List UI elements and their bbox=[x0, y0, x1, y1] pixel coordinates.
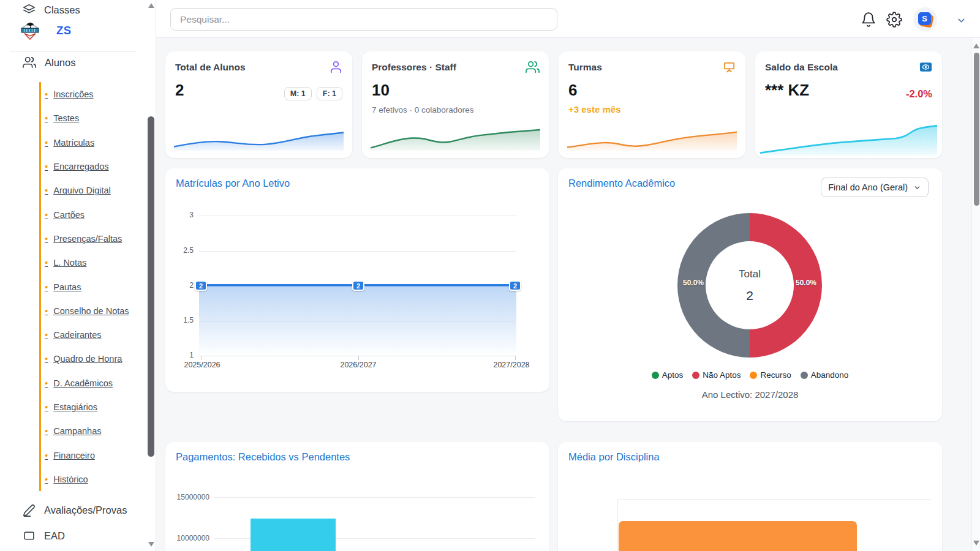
sidebar-item-classes[interactable]: Classes bbox=[0, 2, 144, 18]
sidebar-item-pautas[interactable]: Pautas bbox=[45, 282, 81, 292]
scroll-up-arrow[interactable] bbox=[148, 3, 154, 8]
y-tick: 10000000 bbox=[174, 534, 209, 542]
sidebar-subitem: Testes bbox=[41, 106, 143, 130]
scroll-up-arrow[interactable] bbox=[973, 43, 979, 48]
x-axis-line bbox=[199, 356, 516, 356]
balance-delta: -2.0% bbox=[906, 88, 932, 100]
screen-icon bbox=[23, 530, 36, 542]
pagamentos-chart-card: Pagamentos: Recebidos vs Pendentes 15000… bbox=[165, 442, 549, 551]
sidebar-subitem: Estagiários bbox=[41, 395, 143, 419]
sidebar-item-encarregados[interactable]: Encarregados bbox=[45, 161, 109, 171]
search-input[interactable] bbox=[170, 8, 557, 31]
chart-title: Pagamentos: Recebidos vs Pendentes bbox=[176, 451, 350, 463]
sidebar-item-label: Classes bbox=[44, 4, 80, 16]
sidebar-divider bbox=[10, 51, 136, 52]
sidebar-subitem: Conselho de Notas bbox=[41, 299, 143, 323]
avatar-logo: S bbox=[918, 12, 931, 25]
rendimento-chart-card: Rendimento Acadêmico Final do Ano (Geral… bbox=[558, 168, 942, 421]
sidebar-item-financeiro[interactable]: Financeiro bbox=[45, 450, 95, 460]
data-point-label[interactable]: 2 bbox=[509, 280, 521, 291]
legend-item-recurso[interactable]: Recurso bbox=[750, 370, 791, 380]
avatar[interactable]: S bbox=[913, 7, 937, 31]
stat-card-title: Professores · Staff bbox=[372, 62, 456, 73]
x-tick-label: 2026/2027 bbox=[340, 361, 376, 369]
scroll-down-arrow[interactable] bbox=[973, 541, 979, 545]
y-tick: 15000000 bbox=[174, 493, 209, 501]
sidebar-subitem: L. Notas bbox=[41, 250, 143, 274]
legend-item-abandono[interactable]: Abandono bbox=[801, 370, 849, 380]
legend-label: Aptos bbox=[662, 370, 684, 380]
donut-center: Total 2 bbox=[706, 241, 794, 329]
sidebar-item-testes[interactable]: Testes bbox=[45, 113, 79, 123]
legend-dot bbox=[692, 372, 699, 379]
sidebar-subitem: Arquivo Digital bbox=[41, 178, 143, 202]
period-select[interactable]: Final do Ano (Geral) bbox=[821, 178, 929, 197]
gridline bbox=[199, 216, 516, 216]
school-crest-logo bbox=[18, 18, 42, 43]
donut-center-value: 2 bbox=[746, 288, 753, 303]
x-tick-label: 2025/2026 bbox=[184, 361, 220, 369]
sidebar-item-l-notas[interactable]: L. Notas bbox=[45, 257, 86, 268]
person-icon bbox=[329, 60, 343, 74]
sidebar-item-alunos[interactable]: Alunos bbox=[0, 54, 144, 70]
sidebar-subitem: Quadro de Honra bbox=[41, 347, 143, 370]
legend-item-aptos[interactable]: Aptos bbox=[652, 370, 684, 380]
slice-percent-label: 50.0% bbox=[793, 279, 820, 287]
students-trend-sparkline bbox=[174, 122, 344, 151]
sidebar-subitem: Inscrições bbox=[41, 82, 143, 106]
sidebar-subitem: Financeiro bbox=[41, 443, 143, 467]
stat-card-professores-staff: Professores · Staff 10 7 efetivos · 0 co… bbox=[362, 51, 549, 158]
sidebar-item-cartoes[interactable]: Cartões bbox=[45, 209, 85, 220]
sidebar-item-cadeirantes[interactable]: Cadeirantes bbox=[45, 329, 101, 340]
disciplina-bar[interactable] bbox=[619, 521, 857, 551]
main-scrollbar[interactable] bbox=[971, 38, 980, 551]
sidebar-item-label: Alunos bbox=[45, 57, 75, 69]
donut-center-label: Total bbox=[739, 268, 761, 280]
sidebar-item-presencas-faltas[interactable]: Presenças/Faltas bbox=[45, 233, 122, 244]
sidebar-item-inscricoes[interactable]: Inscrições bbox=[45, 89, 94, 99]
line-area-fill bbox=[199, 287, 516, 356]
sidebar-scrollbar[interactable] bbox=[147, 0, 156, 551]
sidebar-item-d-academicos[interactable]: D. Acadêmicos bbox=[45, 378, 113, 388]
sidebar-item-matriculas[interactable]: Matrículas bbox=[45, 137, 94, 148]
stat-card-turmas: Turmas 6 +3 este mês bbox=[559, 51, 745, 158]
chevron-down-icon[interactable] bbox=[956, 15, 967, 26]
recebidos-bar[interactable] bbox=[251, 519, 336, 551]
sidebar-item-campanhas[interactable]: Campanhas bbox=[45, 425, 101, 436]
legend-item-nao-aptos[interactable]: Não Aptos bbox=[692, 370, 741, 380]
gear-icon[interactable] bbox=[886, 12, 902, 28]
x-tick-mark bbox=[358, 356, 359, 360]
sidebar-subitem: D. Acadêmicos bbox=[41, 371, 143, 395]
sidebar-scrollbar-thumb[interactable] bbox=[148, 116, 154, 457]
sidebar-item-arquivo-digital[interactable]: Arquivo Digital bbox=[45, 185, 111, 195]
data-point-label[interactable]: 2 bbox=[195, 280, 207, 291]
turmas-trend-sparkline bbox=[567, 122, 737, 151]
media-disciplina-chart-card: Média por Disciplina bbox=[558, 442, 942, 551]
bell-icon[interactable] bbox=[861, 12, 876, 28]
users-icon bbox=[23, 56, 36, 69]
saldo-trend-sparkline bbox=[760, 122, 937, 156]
scroll-down-arrow[interactable] bbox=[148, 542, 154, 547]
sidebar-item-ead[interactable]: EAD bbox=[0, 527, 144, 544]
staff-trend-sparkline bbox=[371, 122, 540, 151]
donut-chart[interactable]: 50.0% 50.0% Total 2 bbox=[677, 213, 822, 358]
chart-title: Rendimento Acadêmico bbox=[568, 178, 675, 189]
x-tick-mark bbox=[201, 356, 202, 360]
sidebar-item-quadro-de-honra[interactable]: Quadro de Honra bbox=[45, 353, 122, 364]
school-logo-row[interactable]: ZS bbox=[18, 17, 141, 44]
sidebar-item-conselho-de-notas[interactable]: Conselho de Notas bbox=[45, 305, 129, 316]
y-tick: 3 bbox=[167, 211, 194, 219]
legend-label: Não Aptos bbox=[703, 370, 741, 380]
data-point-label[interactable]: 2 bbox=[352, 280, 364, 291]
legend-label: Abandono bbox=[811, 370, 849, 380]
sidebar-item-estagiarios[interactable]: Estagiários bbox=[45, 402, 97, 412]
stat-card-value: *** KZ bbox=[765, 81, 809, 100]
sidebar-item-historico[interactable]: Histórico bbox=[45, 474, 88, 484]
main-scrollbar-thumb[interactable] bbox=[974, 53, 979, 206]
sidebar-item-avaliacoes-provas[interactable]: Avaliações/Provas bbox=[0, 501, 144, 519]
y-axis-line bbox=[617, 499, 618, 551]
stat-card-title: Turmas bbox=[568, 62, 602, 73]
eye-icon[interactable] bbox=[919, 60, 933, 74]
presentation-icon bbox=[722, 60, 736, 74]
y-tick: 2.5 bbox=[167, 246, 194, 255]
